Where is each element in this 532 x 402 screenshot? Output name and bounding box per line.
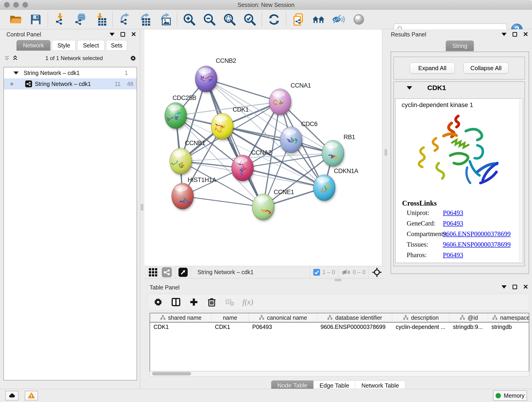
copy-style-icon[interactable] [292,13,305,26]
panel-float-icon[interactable] [513,285,517,289]
column-header-shared-name[interactable]: shared name [150,313,211,322]
cloud-status-button[interactable] [5,391,19,400]
network-row-selected[interactable]: String Network – cdk1 11 48 [4,78,137,89]
crosslink-row: Tissues:9606.ENSP00000378699 [396,239,523,249]
column-header-database-identifier[interactable]: database identifier [317,313,392,322]
import-network-database-icon[interactable] [74,13,87,26]
warnings-button[interactable] [25,391,38,400]
node-label-CCNA2: CCNA2 [251,149,272,156]
node-table: shared namenamecanonical namedatabase id… [150,313,529,371]
separator [175,266,175,279]
network-row-label: String Network – cdk1 [35,81,91,87]
crosslink-link[interactable]: P06493 [443,209,463,217]
show-columns-icon[interactable] [171,297,181,307]
crosslink-link[interactable]: 9606.ENSP00000378699 [443,241,511,248]
zoom-selected-icon[interactable] [243,13,256,26]
birdseye-view-icon[interactable] [178,268,188,277]
memory-status-dot [496,393,501,398]
expand-all-icon[interactable] [12,55,19,62]
column-header-description[interactable]: description [392,313,450,322]
panel-menu-icon[interactable] [109,33,114,36]
expand-all-button[interactable]: Expand All [410,63,455,74]
panel-close-icon[interactable]: ✕ [131,32,136,37]
export-table-icon[interactable] [138,13,151,26]
zoom-out-icon[interactable] [203,13,216,26]
tree-expand-icon[interactable] [13,71,19,75]
column-header-canonical-name[interactable]: canonical name [249,313,317,322]
column-header-namespace[interactable]: namespace [488,313,529,322]
collapse-all-button[interactable]: Collapse All [463,63,508,74]
panel-close-icon[interactable]: ✕ [523,32,528,37]
table-cell[interactable]: 9606.ENSP00000378699 [317,322,392,331]
tab-style[interactable]: Style [52,40,76,51]
network-collection-row[interactable]: String Network – cdk1 1 [4,67,137,78]
main-toolbar: ? [0,10,532,29]
collection-count: 1 [125,70,137,76]
results-scrollbar[interactable] [519,99,522,262]
panel-float-icon[interactable] [120,32,125,37]
zoom-fit-icon[interactable] [223,13,236,26]
network-background[interactable] [144,29,382,266]
grid-view-icon[interactable] [148,268,158,277]
panel-menu-icon[interactable] [501,33,507,36]
network-icon [25,80,32,87]
toolbar-separator [48,12,48,27]
tab-select[interactable]: Select [77,40,105,51]
import-table-file-icon[interactable] [94,13,107,26]
open-session-icon[interactable] [9,13,22,26]
hidden-eye-slash-icon[interactable] [342,268,350,277]
first-neighbors-icon[interactable] [312,13,325,26]
control-panel-title: Control Panel [6,31,41,38]
gene-collapse-icon[interactable] [407,86,412,89]
save-session-icon[interactable] [29,13,42,26]
splitter-handle[interactable] [141,204,143,211]
table-panel: Table Panel ✕ f(x) shared namenamecanoni… [144,282,532,389]
tab-sets[interactable]: Sets [106,40,127,51]
column-header--id[interactable]: @id [450,313,488,322]
table-toolbar: f(x) [148,294,529,310]
gear-icon[interactable] [130,55,137,62]
collapse-all-icon[interactable] [3,55,10,62]
separator [369,266,369,279]
panel-float-icon[interactable] [513,32,517,37]
node-label-CCNE1: CCNE1 [273,189,294,196]
tab-network[interactable]: Network [17,40,51,51]
scrollbar-thumb[interactable] [152,372,191,375]
selected-checkbox-icon[interactable] [313,269,320,276]
column-header-name[interactable]: name [211,313,249,322]
splitter-handle[interactable] [335,279,341,281]
table-cell[interactable]: CDK1 [211,322,249,331]
table-cell[interactable]: cyclin-dependent ... [392,322,450,331]
delete-column-trash-icon[interactable] [207,297,217,307]
network-view-icon[interactable] [162,267,172,277]
panel-menu-icon[interactable] [501,285,507,288]
crosslink-link[interactable]: P06493 [443,251,463,259]
gene-symbol: CDK1 [427,84,446,92]
export-network-icon[interactable] [118,13,131,26]
table-cell[interactable]: stringdb [488,322,529,331]
table-cell[interactable]: stringdb:9... [450,322,488,331]
table-cell[interactable]: CDK1 [150,322,211,331]
import-network-file-icon[interactable] [54,13,66,26]
zoom-in-icon[interactable] [183,13,196,26]
separator [338,266,338,279]
memory-button[interactable]: Memory [493,390,527,401]
add-column-icon[interactable] [189,297,199,307]
panel-close-icon[interactable]: ✕ [523,285,528,289]
table-cell[interactable]: P06493 [249,322,317,331]
network-canvas[interactable]: CCNB2CCNA1CDC25BCDK1CDC6RB1CCNB1CCNA2CDK… [144,29,382,266]
table-hscrollbar[interactable] [150,371,529,376]
refresh-network-icon[interactable] [268,13,280,26]
show-all-eye-icon[interactable] [352,13,365,26]
splitter-handle[interactable] [385,149,387,156]
hide-selected-eye-icon[interactable] [332,13,345,26]
fit-selected-crosshair-icon[interactable] [372,268,382,277]
table-row[interactable]: CDK1CDK1P064939606.ENSP00000378699cyclin… [150,322,529,331]
tab-string[interactable]: String [446,41,474,51]
table-settings-gear-icon[interactable] [153,297,163,307]
export-image-icon[interactable] [158,13,171,26]
crosslink-link[interactable]: 9606.ENSP00000378699 [443,230,511,238]
node-label-CCNB2: CCNB2 [216,57,236,64]
crosslink-link[interactable]: P06493 [443,220,463,227]
memory-label: Memory [504,392,525,399]
